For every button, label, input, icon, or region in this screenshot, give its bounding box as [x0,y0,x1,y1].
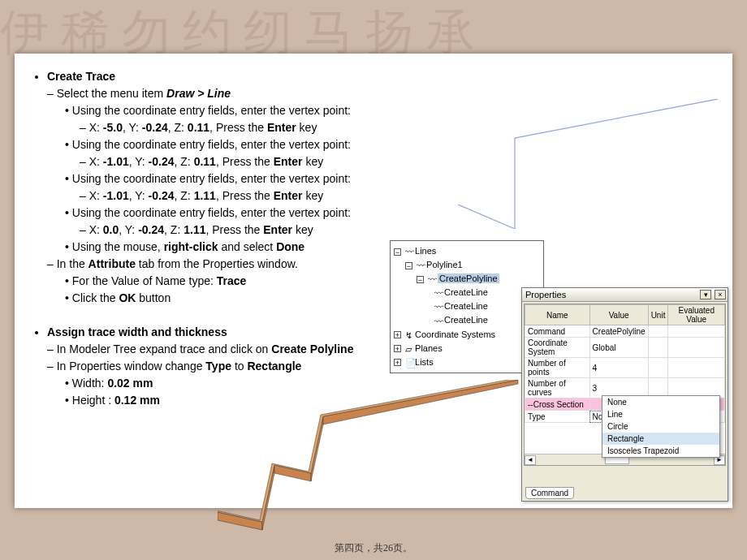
coord-values-0: X: -5.0, Y: -0.24, Z: 0.11, Press the En… [91,119,353,136]
scroll-left-icon[interactable]: ◄ [525,455,536,465]
option-iso-trap[interactable]: Isosceles Trapezoid [602,445,719,457]
prop-row[interactable]: Number of points4 [525,358,725,378]
step-ok: Click the OK button [76,290,353,307]
svg-marker-0 [218,512,262,530]
expand-icon[interactable]: + [394,359,401,366]
tree-node-polyline[interactable]: − 〰Polyline1 [394,258,540,272]
line-icon: 〰 [428,273,438,286]
coord-step-2: Using the coordinate entry fields, enter… [76,170,353,205]
col-eval[interactable]: Evaluated Value [668,305,725,325]
tree-node-lists[interactable]: + 📄Lists [394,355,540,369]
close-icon[interactable]: × [715,290,726,299]
trace-3d-diagram [218,380,526,534]
line-icon: 〰 [434,300,444,313]
collapse-icon[interactable]: − [405,262,412,269]
slide-text: Create Trace Select the menu item Draw >… [32,68,353,409]
svg-marker-5 [218,380,518,522]
step-name: For the Value of Name type: Trace [76,273,353,290]
expand-icon[interactable]: + [394,345,401,352]
tab-command[interactable]: Command [525,487,574,499]
option-rectangle[interactable]: Rectangle [602,433,719,445]
pin-icon[interactable]: ▾ [700,290,711,299]
line-icon: 〰 [405,245,415,258]
tree-node-createline[interactable]: 〰CreateLine [394,313,540,327]
coord-step-1: Using the coordinate entry fields, enter… [76,136,353,170]
slide: Create Trace Select the menu item Draw >… [15,54,732,508]
prop-row[interactable]: Coordinate SystemGlobal [525,338,725,358]
heading-assign: Assign trace width and thickness [47,325,227,338]
coord-step-3: Using the coordinate entry fields, enter… [76,205,353,239]
line-icon: 〰 [434,286,444,299]
expand-icon[interactable]: + [394,331,401,338]
tree-node-createline[interactable]: 〰CreateLine [394,286,540,299]
properties-grid: Name Value Unit Evaluated Value CommandC… [524,304,726,466]
svg-marker-3 [311,416,323,481]
tree-node-planes[interactable]: + ▱Planes [394,342,540,355]
tree-node-lines[interactable]: − 〰Lines [394,244,540,258]
step-menu: Select the menu item Draw > Line Using t… [62,85,353,256]
properties-title-text: Properties [525,290,566,299]
step-expand: In Modeler Tree expand trace and click o… [62,341,353,358]
plane-icon: ▱ [405,342,415,355]
line-icon: 〰 [434,315,444,328]
svg-marker-2 [274,465,311,481]
col-unit[interactable]: Unit [648,305,668,325]
properties-window: Properties ▾ × Name Value Unit Evaluated… [521,287,728,502]
tree-node-createline[interactable]: 〰CreateLine [394,299,540,313]
option-line[interactable]: Line [602,408,719,420]
polyline-diagram [458,99,718,229]
col-name[interactable]: Name [525,305,590,325]
prop-row[interactable]: CommandCreatePolyline [525,325,725,338]
col-value[interactable]: Value [589,305,648,325]
coord-step-0: Using the coordinate entry fields, enter… [76,102,353,136]
coord-values-2: X: -1.01, Y: -0.24, Z: 1.11, Press the E… [91,187,353,205]
type-dropdown[interactable]: None Line Circle Rectangle Isosceles Tra… [602,395,720,458]
coord-values-1: X: -1.01, Y: -0.24, Z: 0.11, Press the E… [91,153,353,170]
coord-values-3: X: 0.0, Y: -0.24, Z: 1.11, Press the Ent… [91,222,353,239]
option-none[interactable]: None [602,396,719,408]
properties-titlebar[interactable]: Properties ▾ × [522,288,728,302]
collapse-icon[interactable]: − [417,276,424,283]
tree-node-coords[interactable]: + ↯Coordinate Systems [394,328,540,342]
svg-marker-4 [323,380,518,424]
list-icon: 📄 [405,356,415,369]
collapse-icon[interactable]: − [394,248,401,256]
heading-create-trace: Create Trace [47,70,115,83]
step-attribute: In the Attribute tab from the Properties… [62,256,353,307]
option-circle[interactable]: Circle [602,420,719,433]
page-footer: 第四页，共26页。 [0,541,747,555]
step-done: Using the mouse, right-click and select … [76,239,353,256]
tree-node-createpolyline[interactable]: − 〰CreatePolyline [394,272,540,286]
svg-marker-1 [262,465,274,530]
axes-icon: ↯ [405,329,415,342]
line-icon: 〰 [417,259,426,272]
properties-tabbar: Command [525,487,574,499]
